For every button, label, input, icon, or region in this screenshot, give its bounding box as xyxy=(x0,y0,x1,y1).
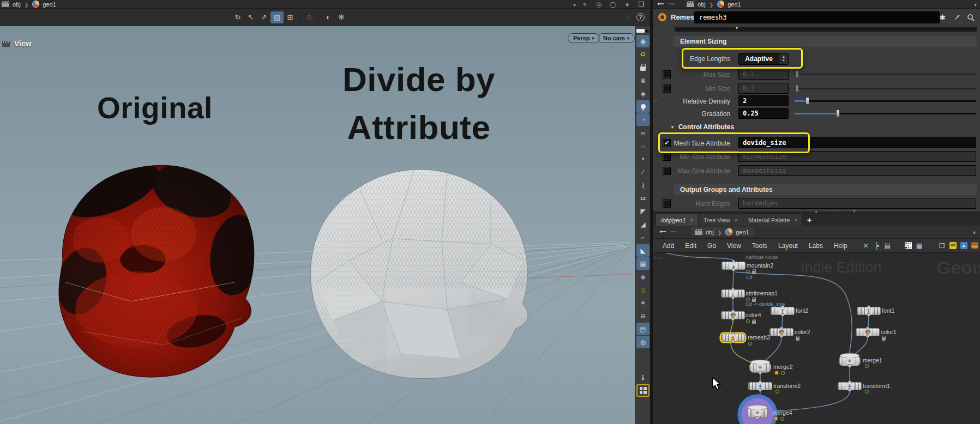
min-size-field[interactable]: 0.1 xyxy=(738,83,789,94)
node-label[interactable]: color2 xyxy=(795,329,810,335)
breadcrumb-node[interactable]: geo1 xyxy=(736,229,749,235)
lock-camera-icon[interactable] xyxy=(636,61,650,74)
max-size-slider[interactable] xyxy=(794,70,976,78)
relative-density-field[interactable]: 2 xyxy=(738,95,789,106)
node-label[interactable]: color4 xyxy=(745,312,761,318)
node-label[interactable]: transform1 xyxy=(863,383,890,389)
section-output-groups[interactable]: Output Groups and Attributes xyxy=(674,184,977,195)
visibility-icon[interactable]: ◉ xyxy=(636,35,650,47)
object-cube-icon[interactable]: ▢ xyxy=(608,0,618,9)
network-canvas[interactable]: ⁙⁙ Indie Edition Geome xyxy=(653,253,980,424)
flipbook-icon[interactable]: ◐ xyxy=(322,11,335,23)
grid-layout-icon[interactable] xyxy=(636,384,650,397)
splitter-up-icon[interactable]: ▲ xyxy=(814,209,818,213)
node-color2[interactable] xyxy=(769,328,793,336)
view-tool-icon[interactable]: ↻ xyxy=(231,11,244,23)
close-tab-icon[interactable] xyxy=(690,217,693,223)
high-quality-lighting-icon[interactable]: ◔ xyxy=(636,113,650,126)
section-element-sizing[interactable]: Element Sizing xyxy=(674,36,977,47)
toolbar-grip-icon[interactable] xyxy=(621,11,634,23)
stereo-glasses-icon[interactable]: ∞ xyxy=(636,126,650,139)
help-icon[interactable] xyxy=(636,13,645,21)
breadcrumb-node[interactable]: geo1 xyxy=(43,1,56,8)
paint-bucket-icon[interactable] xyxy=(969,241,980,251)
node-flags[interactable] xyxy=(746,269,756,274)
magnifier-icon[interactable] xyxy=(966,13,976,22)
background-image-icon[interactable]: ▤ xyxy=(636,323,650,335)
stow-handle[interactable] xyxy=(636,29,645,33)
tree-structure-icon[interactable]: ╞ xyxy=(871,241,882,251)
breadcrumb-node[interactable]: geo1 xyxy=(728,1,741,8)
wireframe-shaded-icon[interactable]: ▦ xyxy=(636,257,650,270)
max-size-attribute-field[interactable]: maxmeshsize xyxy=(738,165,976,176)
node-flags[interactable] xyxy=(865,364,869,368)
select-tool-icon[interactable]: ↖ xyxy=(244,11,257,23)
maximize-pane-icon[interactable]: ❒ xyxy=(636,0,647,9)
tab-tree-view[interactable]: Tree View xyxy=(699,214,743,226)
menu-layout[interactable]: Layout xyxy=(773,242,803,250)
info-icon[interactable]: ℹ xyxy=(636,371,650,384)
group-band-icon[interactable]: ▯ xyxy=(636,283,650,296)
hard-edges-field[interactable]: hardedges xyxy=(738,198,976,209)
snapshot-pin-icon[interactable]: ◍ xyxy=(636,336,650,348)
close-tab-icon[interactable] xyxy=(794,217,797,223)
headlight-icon[interactable]: ◈ xyxy=(636,87,650,100)
node-font1[interactable]: T xyxy=(857,307,881,315)
sticky-note-icon[interactable] xyxy=(947,241,958,251)
node-flags[interactable] xyxy=(774,416,784,421)
scene-viewport[interactable]: View Persp No cam Original Divide by Att… xyxy=(0,26,635,424)
lights-off-icon[interactable]: ⊗ xyxy=(636,74,650,87)
node-label[interactable]: color1 xyxy=(881,329,897,335)
breadcrumb-root[interactable]: obj xyxy=(706,229,714,235)
node-label[interactable]: attribremap1 xyxy=(745,290,778,296)
gradation-slider[interactable] xyxy=(794,110,976,117)
node-merge2[interactable]: ✳ xyxy=(749,362,771,373)
breadcrumb-root[interactable]: obj xyxy=(13,1,21,8)
node-remesh3[interactable]: ◉ xyxy=(721,334,745,342)
node-flags[interactable] xyxy=(746,319,756,324)
close-tab-icon[interactable] xyxy=(735,217,738,223)
list-view-icon[interactable]: ▤ xyxy=(882,241,893,251)
node-flags[interactable] xyxy=(882,336,886,341)
forward-icon[interactable]: 🠖 xyxy=(670,228,677,235)
pin-pane-icon[interactable]: ⌖ xyxy=(579,0,590,9)
material-diamond-icon[interactable]: ◆ xyxy=(636,270,650,283)
section-control-attributes[interactable]: Control Attributes xyxy=(670,123,734,131)
path-dropdown-icon[interactable] xyxy=(974,1,977,8)
menu-help[interactable]: Help xyxy=(828,242,853,250)
node-flags[interactable] xyxy=(774,371,785,375)
node-transform2[interactable]: ✛ xyxy=(748,382,772,390)
background-image-icon[interactable]: ▴ xyxy=(958,241,969,251)
curve-hull-icon[interactable]: ⌐ xyxy=(636,231,650,244)
snapping-disabled-icon[interactable]: ⊘ xyxy=(303,11,316,23)
normal-lighting-icon[interactable] xyxy=(636,100,650,113)
visualizer-icon[interactable]: ⊖ xyxy=(636,310,650,322)
back-icon[interactable]: 🠔 xyxy=(657,1,664,8)
link-group-icon[interactable]: ◎ xyxy=(593,0,604,9)
node-label[interactable]: transform2 xyxy=(773,383,801,389)
auto-update-icon[interactable]: ♻ xyxy=(636,48,650,60)
node-flags[interactable] xyxy=(748,342,752,346)
expand-strip-icon[interactable]: ▶ xyxy=(646,28,649,33)
node-merge4[interactable]: ✳ xyxy=(747,407,768,418)
menu-view[interactable]: View xyxy=(722,242,747,250)
node-attribremap1[interactable]: ◗ xyxy=(721,289,745,298)
node-label[interactable]: merge1 xyxy=(863,357,882,364)
brush-display-icon[interactable]: ∕ xyxy=(636,166,650,178)
node-label[interactable]: font2 xyxy=(796,307,808,314)
view-box-zoom-icon[interactable]: ⊞ xyxy=(284,11,297,23)
relative-density-slider[interactable] xyxy=(794,97,976,105)
node-mountain2[interactable]: ▲ xyxy=(722,262,745,270)
points-display-icon[interactable]: • xyxy=(636,153,650,165)
tab-obj-geo1[interactable]: /obj/geo1 xyxy=(656,214,699,226)
shaded-sphere-icon[interactable]: ● xyxy=(622,0,633,9)
shaded-mode-icon[interactable]: ◣ xyxy=(636,244,650,257)
node-name-field[interactable]: remesh3 xyxy=(694,11,940,23)
node-flags[interactable] xyxy=(796,336,799,341)
node-label[interactable]: merge2 xyxy=(773,364,793,370)
path-dropdown-icon[interactable] xyxy=(973,229,976,235)
min-size-attribute-field[interactable]: minmeshsize xyxy=(738,151,976,162)
back-icon[interactable]: 🠔 xyxy=(659,228,666,235)
perspective-menu[interactable]: Persp xyxy=(568,33,600,43)
node-transform1[interactable]: ✛ xyxy=(838,382,862,390)
